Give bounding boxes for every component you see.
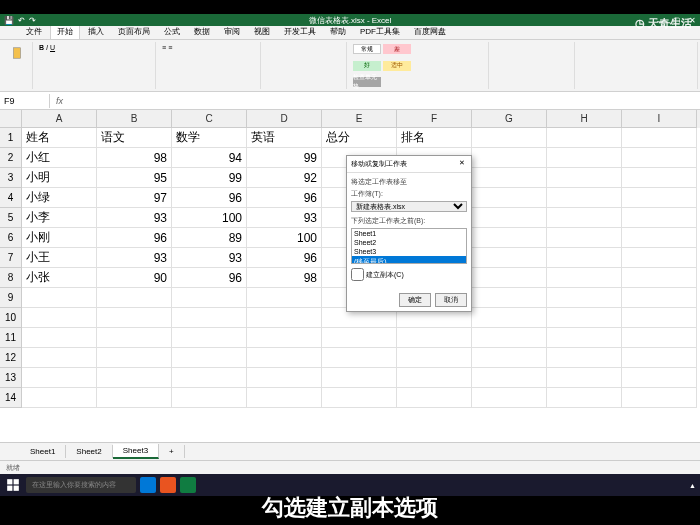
cell[interactable] [547, 148, 622, 168]
row-header[interactable]: 8 [0, 268, 22, 288]
row-header[interactable]: 5 [0, 208, 22, 228]
row-header[interactable]: 10 [0, 308, 22, 328]
cell[interactable]: 100 [247, 228, 322, 248]
cell[interactable] [472, 328, 547, 348]
cell[interactable]: 小绿 [22, 188, 97, 208]
cell[interactable]: 96 [97, 228, 172, 248]
row-header[interactable]: 7 [0, 248, 22, 268]
cell[interactable] [172, 328, 247, 348]
tab-insert[interactable]: 插入 [82, 24, 110, 39]
cell[interactable] [472, 368, 547, 388]
cell[interactable]: 语文 [97, 128, 172, 148]
name-box[interactable]: F9 [0, 94, 50, 108]
tab-dev[interactable]: 开发工具 [278, 24, 322, 39]
row-header[interactable]: 9 [0, 288, 22, 308]
col-header[interactable]: G [472, 110, 547, 128]
cell[interactable] [547, 228, 622, 248]
cell[interactable] [547, 308, 622, 328]
bold-icon[interactable]: B [39, 44, 44, 51]
cell[interactable] [397, 348, 472, 368]
cell[interactable]: 小明 [22, 168, 97, 188]
fx-icon[interactable]: fx [50, 94, 69, 108]
cell[interactable]: 数学 [172, 128, 247, 148]
cell[interactable] [247, 348, 322, 368]
cell[interactable] [547, 348, 622, 368]
cell[interactable]: 姓名 [22, 128, 97, 148]
underline-icon[interactable]: U [50, 44, 55, 51]
align-left-icon[interactable]: ≡ [162, 44, 166, 51]
list-item[interactable]: Sheet3 [352, 247, 466, 256]
cell[interactable] [172, 308, 247, 328]
sheet-tab[interactable]: Sheet1 [20, 445, 66, 458]
cell[interactable] [97, 348, 172, 368]
row-header[interactable]: 13 [0, 368, 22, 388]
cell[interactable] [622, 328, 697, 348]
cell[interactable] [22, 388, 97, 408]
cell[interactable] [622, 208, 697, 228]
sheet-tab-active[interactable]: Sheet3 [113, 444, 159, 459]
style-bad[interactable]: 差 [383, 44, 411, 54]
cell[interactable] [622, 168, 697, 188]
cell[interactable] [247, 328, 322, 348]
workbook-select[interactable]: 新建表格表.xlsx [351, 201, 467, 212]
cell[interactable] [622, 148, 697, 168]
style-good[interactable]: 好 [353, 61, 381, 71]
cell[interactable] [22, 288, 97, 308]
cell[interactable] [622, 248, 697, 268]
cell[interactable] [472, 148, 547, 168]
cell[interactable] [622, 348, 697, 368]
cell[interactable] [472, 248, 547, 268]
col-header[interactable]: I [622, 110, 697, 128]
ok-button[interactable]: 确定 [399, 293, 431, 307]
list-item[interactable]: Sheet2 [352, 238, 466, 247]
list-item[interactable]: Sheet1 [352, 229, 466, 238]
system-tray[interactable]: ▲ [689, 482, 696, 489]
cell[interactable] [247, 368, 322, 388]
cell[interactable] [247, 288, 322, 308]
cell[interactable]: 89 [172, 228, 247, 248]
align-center-icon[interactable]: ≡ [168, 44, 172, 51]
sheet-listbox[interactable]: Sheet1 Sheet2 Sheet3 (移至最后) [351, 228, 467, 264]
cell[interactable]: 96 [247, 188, 322, 208]
cell[interactable]: 90 [97, 268, 172, 288]
cell[interactable] [472, 268, 547, 288]
cell[interactable] [247, 308, 322, 328]
cell[interactable]: 95 [97, 168, 172, 188]
cell[interactable]: 小王 [22, 248, 97, 268]
cell[interactable]: 小张 [22, 268, 97, 288]
cell[interactable] [622, 308, 697, 328]
cell[interactable]: 93 [172, 248, 247, 268]
cell[interactable] [622, 288, 697, 308]
cell[interactable] [322, 328, 397, 348]
cell[interactable] [547, 388, 622, 408]
cell[interactable] [547, 288, 622, 308]
cell[interactable] [322, 388, 397, 408]
row-header[interactable]: 4 [0, 188, 22, 208]
cell[interactable] [397, 388, 472, 408]
cell[interactable]: 总分 [322, 128, 397, 148]
style-check[interactable]: 检查单元格 [353, 77, 381, 87]
row-header[interactable]: 14 [0, 388, 22, 408]
tray-icon[interactable]: ▲ [689, 482, 696, 489]
cell[interactable] [472, 288, 547, 308]
cell[interactable] [172, 348, 247, 368]
cell[interactable] [547, 188, 622, 208]
cell[interactable] [472, 308, 547, 328]
col-header[interactable]: B [97, 110, 172, 128]
cell[interactable] [622, 228, 697, 248]
cell[interactable] [97, 388, 172, 408]
cell[interactable] [472, 348, 547, 368]
undo-icon[interactable]: ↶ [18, 16, 25, 25]
col-header[interactable]: A [22, 110, 97, 128]
cell[interactable]: 96 [247, 248, 322, 268]
row-header[interactable]: 11 [0, 328, 22, 348]
cell[interactable] [97, 368, 172, 388]
cell[interactable]: 96 [172, 268, 247, 288]
cell[interactable]: 94 [172, 148, 247, 168]
dialog-close-icon[interactable]: ✕ [457, 159, 467, 169]
cell[interactable]: 小红 [22, 148, 97, 168]
cell[interactable]: 93 [97, 208, 172, 228]
cell[interactable] [22, 368, 97, 388]
cell[interactable] [322, 348, 397, 368]
cell[interactable] [622, 188, 697, 208]
